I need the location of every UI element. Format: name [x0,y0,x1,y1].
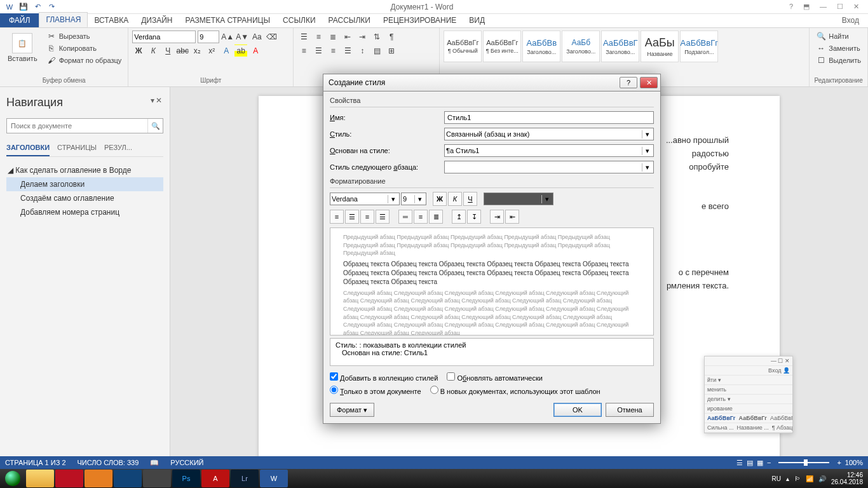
nav-dropdown-icon[interactable]: ▾ [151,96,154,105]
status-words[interactable]: ЧИСЛО СЛОВ: 339 [78,459,139,466]
undo-icon[interactable]: ↶ [32,1,43,13]
taskbar-opera[interactable] [55,470,83,487]
tab-view[interactable]: ВИД [463,13,491,27]
bold-button[interactable]: Ж [132,44,145,57]
view-read-icon[interactable]: ☰ [736,459,743,467]
show-marks-icon[interactable]: ¶ [385,30,398,43]
based-on-select[interactable]: ¶a Стиль1▾ [444,144,654,157]
subscript-button[interactable]: x₂ [191,44,203,57]
dlg-spacing-15[interactable]: ≡ [414,210,428,224]
borders-icon[interactable]: ⊞ [385,44,398,57]
dialog-help-icon[interactable]: ? [620,77,637,88]
chk-auto-update[interactable]: Обновлять автоматически [447,372,543,382]
dlg-indent-inc[interactable]: ⇥ [490,210,504,224]
dlg-space-before-dec[interactable]: ↧ [467,210,481,224]
zoom-level[interactable]: 100% [845,459,863,466]
status-language[interactable]: РУССКИЙ [170,459,203,466]
superscript-button[interactable]: x² [205,44,218,57]
font-color-icon[interactable]: A [249,44,262,57]
style-gallery-item[interactable]: АаБбВвЗаголово... [522,30,560,62]
tray-volume-icon[interactable]: 🔊 [818,475,826,482]
style-gallery-item[interactable]: АаБбЗаголово... [562,30,600,62]
taskbar-explorer[interactable] [26,470,54,487]
search-icon[interactable]: 🔍 [147,119,163,133]
status-proof-icon[interactable]: 📖 [150,459,159,467]
dlg-align-right[interactable]: ≡ [360,210,374,224]
login-link[interactable]: Вход [833,13,868,27]
tray-clock[interactable]: 12:46 26.04.2018 [831,471,863,485]
taskbar-mediaplayer[interactable] [85,470,112,487]
redo-icon[interactable]: ↷ [46,1,57,13]
view-print-icon[interactable]: ▤ [747,459,753,467]
dialog-titlebar[interactable]: Создание стиля ? ✕ [323,74,661,92]
paste-button[interactable]: 📋 Вставить [4,30,41,66]
ok-button[interactable]: OK [553,403,602,417]
minimize-icon[interactable]: — [817,3,829,11]
chk-add-gallery[interactable]: Добавить в коллекцию стилей [330,372,438,382]
tray-flag-icon[interactable]: 🏳 [794,475,801,482]
format-button[interactable]: Формат ▾ [330,403,374,417]
nav-heading-root[interactable]: ◢ Как сделать оглавление в Ворде [6,163,163,177]
justify-icon[interactable]: ☰ [341,44,354,57]
copy-button[interactable]: ⎘Копировать [44,43,125,54]
tab-insert[interactable]: ВСТАВКА [88,13,135,27]
cut-button[interactable]: ✂Вырезать [44,30,125,42]
multilevel-icon[interactable]: ≣ [327,30,339,43]
dlg-align-center[interactable]: ☰ [345,210,359,224]
nav-heading-2[interactable]: Создаём само оглавление [6,191,163,205]
taskbar-word[interactable]: W [260,470,288,487]
close-icon[interactable]: ✕ [851,3,862,11]
nav-heading-1[interactable]: Делаем заголовки [6,177,163,191]
clear-format-icon[interactable]: ⌫ [265,30,278,43]
dlg-font-combo[interactable]: Verdana▾ [330,193,400,205]
style-gallery-item[interactable]: АаБбВвГЗаголово... [601,30,639,62]
strike-button[interactable]: abc [176,44,189,57]
decrease-indent-icon[interactable]: ⇤ [341,30,354,43]
taskbar-lightroom[interactable]: Lr [231,470,259,487]
mini-login[interactable]: Вход 👤 [705,366,792,376]
find-button[interactable]: 🔍Найти [813,30,864,42]
tab-review[interactable]: РЕЦЕНЗИРОВАНИЕ [377,13,463,27]
help-icon[interactable]: ? [787,3,796,11]
increase-indent-icon[interactable]: ⇥ [356,30,369,43]
underline-button[interactable]: Ч [161,44,174,57]
style-gallery-item[interactable]: АаБбВвГг¶ Без инте... [483,30,521,62]
dlg-color-combo[interactable]: ▾ [484,193,553,205]
tab-layout[interactable]: РАЗМЕТКА СТРАНИЦЫ [179,13,277,27]
style-gallery-item[interactable]: АаБбВвГгПодзагол... [680,30,718,62]
nav-close-icon[interactable]: ✕ [156,96,162,105]
start-button[interactable] [0,469,25,488]
tray-up-icon[interactable]: ▴ [786,475,789,482]
maximize-icon[interactable]: ☐ [834,3,846,11]
dlg-size-combo[interactable]: 9▾ [401,193,426,205]
sort-icon[interactable]: ⇅ [370,30,383,43]
dlg-italic-button[interactable]: К [448,192,462,206]
decrease-font-icon[interactable]: A▼ [236,30,248,43]
tray-network-icon[interactable]: 📶 [806,475,813,482]
dlg-indent-dec[interactable]: ⇤ [505,210,519,224]
dlg-underline-button[interactable]: Ч [463,192,477,206]
highlight-icon[interactable]: ab [234,44,247,57]
rd-template[interactable]: В новых документах, использующих этот ша… [430,386,600,395]
select-button[interactable]: ☐Выделить [813,55,864,66]
status-page[interactable]: СТРАНИЦА 1 ИЗ 2 [5,459,66,466]
replace-button[interactable]: ↔Заменить [813,43,864,54]
dlg-spacing-1[interactable]: ═ [398,210,412,224]
align-left-icon[interactable]: ≡ [297,44,310,57]
tray-lang[interactable]: RU [771,475,780,482]
text-effects-icon[interactable]: A [220,44,233,57]
dlg-justify[interactable]: ☰ [376,210,390,224]
font-name-combo[interactable]: Verdana [132,30,196,43]
save-icon[interactable]: 💾 [18,1,29,13]
nav-tab-results[interactable]: РЕЗУЛ... [104,144,132,156]
nav-search-input[interactable] [7,119,147,133]
dlg-bold-button[interactable]: Ж [433,192,447,206]
nav-heading-3[interactable]: Добавляем номера страниц [6,205,163,219]
style-name-input[interactable] [444,111,654,124]
shading-icon[interactable]: ▤ [370,44,383,57]
taskbar-app2[interactable] [143,470,171,487]
tab-mailings[interactable]: РАССЫЛКИ [322,13,377,27]
bullets-icon[interactable]: ☰ [297,30,310,43]
taskbar-app1[interactable] [114,470,142,487]
style-type-select[interactable]: Связанный (абзац и знак)▾ [444,128,654,140]
